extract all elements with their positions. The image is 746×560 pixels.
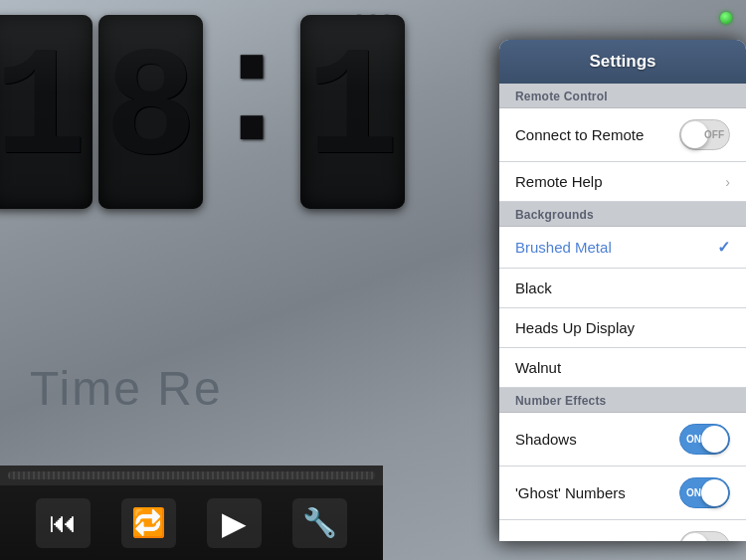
settings-wrench-button[interactable]: 🔧 xyxy=(292,498,347,548)
repeat-button[interactable]: 🔁 xyxy=(121,498,176,548)
section-header-backgrounds: Backgrounds xyxy=(499,202,746,227)
settings-item-remote-help[interactable]: Remote Help › xyxy=(499,162,746,202)
settings-item-neon[interactable]: Neon Glow OFF xyxy=(499,520,746,541)
settings-item-walnut[interactable]: Walnut xyxy=(499,348,746,388)
settings-item-ghost[interactable]: 'Ghost' Numbers ON xyxy=(499,467,746,520)
ghost-toggle-knob xyxy=(701,479,728,506)
settings-item-brushed-metal[interactable]: Brushed Metal ✓ xyxy=(499,227,746,269)
progress-track[interactable] xyxy=(8,471,375,479)
wrench-icon: 🔧 xyxy=(302,506,337,539)
black-label: Black xyxy=(515,280,552,296)
connect-label: Connect to Remote xyxy=(515,126,644,143)
status-dot xyxy=(720,12,732,24)
shadows-toggle-knob xyxy=(701,426,728,453)
play-button[interactable]: ▶ xyxy=(207,498,262,548)
connect-toggle[interactable]: OFF xyxy=(679,119,730,150)
settings-item-black[interactable]: Black xyxy=(499,269,746,308)
walnut-label: Walnut xyxy=(515,359,561,376)
repeat-icon: 🔁 xyxy=(131,506,166,539)
ghost-toggle[interactable]: ON xyxy=(679,477,730,508)
section-header-remote: Remote Control xyxy=(499,84,746,108)
digit-2: 8 xyxy=(98,15,203,209)
brushed-metal-checkmark-icon: ✓ xyxy=(717,238,730,257)
colon: : xyxy=(204,30,299,165)
control-buttons: ⏮ 🔁 ▶ 🔧 xyxy=(0,485,383,560)
play-icon: ▶ xyxy=(222,504,247,542)
neon-label: Neon Glow xyxy=(515,538,589,541)
digit-3: 1 xyxy=(300,15,405,209)
section-header-effects: Number Effects xyxy=(499,388,746,413)
brushed-metal-label: Brushed Metal xyxy=(515,239,612,256)
remote-help-label: Remote Help xyxy=(515,173,603,190)
clock-display: 1 8 : 1 xyxy=(0,15,408,209)
skip-back-button[interactable]: ⏮ xyxy=(36,498,91,548)
control-bar: ⏮ 🔁 ▶ 🔧 xyxy=(0,466,383,560)
settings-panel: Settings Remote Control Connect to Remot… xyxy=(499,40,746,541)
shadows-label: Shadows xyxy=(515,431,577,448)
skip-back-icon: ⏮ xyxy=(49,506,77,539)
ghost-label: 'Ghost' Numbers xyxy=(515,484,626,501)
settings-item-shadows[interactable]: Shadows ON xyxy=(499,413,746,467)
neon-toggle[interactable]: OFF xyxy=(679,531,730,541)
settings-item-hud[interactable]: Heads Up Display xyxy=(499,308,746,348)
connect-toggle-text: OFF xyxy=(704,129,724,140)
settings-header: Settings xyxy=(499,40,746,84)
settings-content[interactable]: Remote Control Connect to Remote OFF Rem… xyxy=(499,84,746,541)
digit-1: 1 xyxy=(0,15,93,209)
remote-help-chevron-icon: › xyxy=(725,174,730,190)
settings-item-connect[interactable]: Connect to Remote OFF xyxy=(499,108,746,162)
shadows-toggle[interactable]: ON xyxy=(679,424,730,455)
shadows-toggle-text: ON xyxy=(686,434,701,445)
progress-bar-area xyxy=(0,466,383,485)
app-title: Time Re xyxy=(30,361,223,416)
settings-title: Settings xyxy=(589,52,655,71)
ghost-toggle-text: ON xyxy=(686,487,701,498)
hud-label: Heads Up Display xyxy=(515,319,635,336)
neon-toggle-knob xyxy=(681,533,708,541)
